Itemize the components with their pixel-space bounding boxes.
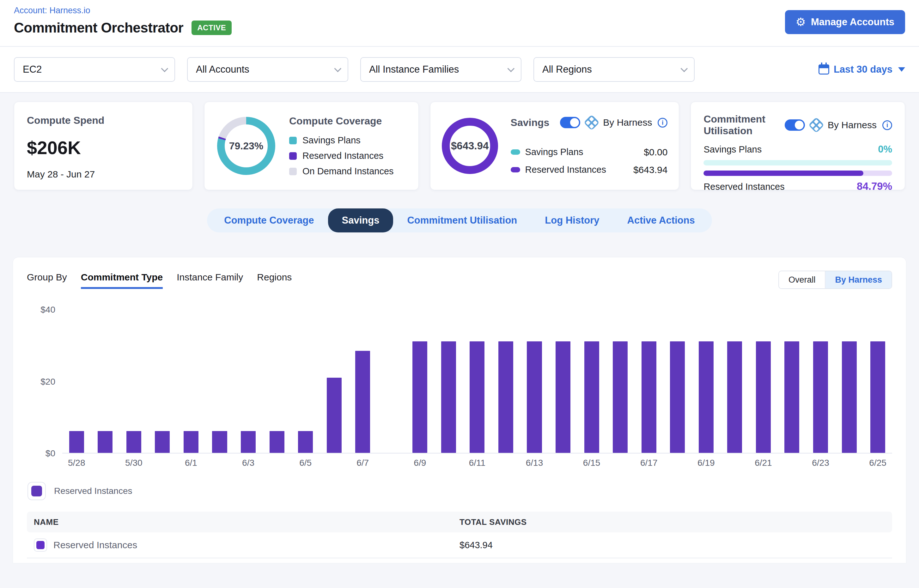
accounts-select[interactable]: All Accounts	[187, 57, 348, 82]
instance-families-select[interactable]: All Instance Families	[360, 57, 522, 82]
x-tick-5/29	[91, 458, 120, 468]
savings-card: $643.94 Savings By Harness Savings Plans…	[430, 102, 679, 190]
bar-slot-6/7	[348, 310, 377, 453]
x-tick-6/11: 6/11	[463, 458, 492, 468]
group-by-instance-family[interactable]: Instance Family	[177, 272, 243, 289]
bar-slot-6/2	[206, 310, 234, 453]
view-overall-button[interactable]: Overall	[779, 271, 826, 288]
compute-coverage-card: 79.23% Compute Coverage Savings Plans Re…	[204, 102, 419, 190]
x-tick-5/30: 5/30	[120, 458, 148, 468]
account-link[interactable]: Account: Harness.io	[14, 6, 91, 15]
savings-title: Savings	[511, 117, 549, 129]
compute-spend-title: Compute Spend	[27, 115, 180, 126]
bar-slot-6/8	[377, 310, 406, 453]
savings-table: NAME TOTAL SAVINGS Reserved Instances $6…	[27, 512, 892, 558]
bar-6/18	[670, 341, 685, 453]
chevron-down-icon	[334, 65, 342, 72]
row-name: Reserved Instances	[53, 540, 137, 551]
x-tick-6/1: 6/1	[177, 458, 206, 468]
by-harness-label: By Harness	[603, 117, 652, 128]
info-icon[interactable]	[882, 120, 892, 130]
bar-slot-6/16	[606, 310, 635, 453]
page-header: Account: Harness.io Commitment Orchestra…	[0, 0, 919, 47]
bar-6/1	[184, 431, 198, 453]
bar-5/30	[126, 431, 141, 453]
service-select[interactable]: EC2	[14, 57, 175, 82]
chevron-down-icon	[681, 65, 688, 72]
x-tick-6/5: 6/5	[291, 458, 320, 468]
bar-slot-6/21	[749, 310, 778, 453]
legend-item-on-demand: On Demand Instances	[289, 166, 394, 176]
group-by-regions[interactable]: Regions	[257, 272, 292, 289]
bar-5/31	[155, 431, 170, 453]
utilisation-title: Commitment Utilisation	[703, 113, 774, 137]
x-tick-6/18	[663, 458, 692, 468]
commitment-utilisation-card: Commitment Utilisation By Harness Saving…	[690, 102, 905, 190]
bar-slot-6/18	[663, 310, 692, 453]
x-tick-6/15: 6/15	[577, 458, 606, 468]
bar-slot-5/31	[148, 310, 177, 453]
date-range-picker[interactable]: Last 30 days	[819, 64, 905, 75]
calendar-icon	[819, 65, 829, 74]
bar-slot-6/14	[549, 310, 577, 453]
caret-down-icon	[898, 67, 905, 72]
bar-6/16	[613, 341, 627, 453]
reserved-instances-legend-checkbox[interactable]	[28, 482, 46, 500]
bar-6/2	[212, 431, 227, 453]
savings-ring-chart: $643.94	[442, 118, 498, 174]
chart-legend: Reserved Instances	[28, 482, 892, 500]
bar-6/10	[441, 341, 456, 453]
bar-6/19	[699, 341, 713, 453]
tab-compute-coverage[interactable]: Compute Coverage	[210, 208, 328, 233]
regions-select[interactable]: All Regions	[533, 57, 695, 82]
filter-bar: EC2 All Accounts All Instance Families A…	[0, 47, 919, 93]
bar-6/25	[870, 341, 885, 453]
bar-slot-6/17	[635, 310, 663, 453]
coverage-donut-chart: 79.23%	[217, 117, 275, 175]
sp-utilisation-pct: 0%	[878, 144, 892, 155]
savings-plans-amount: $0.00	[644, 147, 668, 158]
group-by-row: Group By Commitment Type Instance Family…	[27, 271, 892, 289]
tab-active-actions[interactable]: Active Actions	[613, 208, 709, 233]
view-by-harness-button[interactable]: By Harness	[825, 271, 891, 288]
compute-coverage-title: Compute Coverage	[289, 115, 394, 127]
table-row[interactable]: Reserved Instances $643.94	[27, 532, 892, 558]
savings-row-reserved-instances: Reserved Instances $643.94	[511, 165, 668, 175]
x-tick-6/3: 6/3	[234, 458, 263, 468]
x-tick-5/28: 5/28	[62, 458, 91, 468]
x-tick-6/13: 6/13	[520, 458, 549, 468]
x-tick-6/22	[778, 458, 807, 468]
x-axis: 5/285/306/16/36/56/76/96/116/136/156/176…	[62, 458, 892, 468]
section-tabs: Compute Coverage Savings Commitment Util…	[207, 208, 712, 233]
tab-commitment-utilisation[interactable]: Commitment Utilisation	[393, 208, 531, 233]
x-tick-6/9: 6/9	[406, 458, 434, 468]
tab-log-history[interactable]: Log History	[531, 208, 613, 233]
sp-utilisation-bar	[703, 160, 892, 165]
tab-savings[interactable]: Savings	[328, 208, 394, 233]
x-tick-6/2	[206, 458, 234, 468]
row-swatch-box	[34, 538, 47, 552]
group-by-label: Group By	[27, 272, 67, 289]
bar-6/6	[327, 378, 342, 453]
legend-item-savings-plans: Savings Plans	[289, 135, 394, 145]
savings-by-harness-toggle[interactable]	[560, 117, 580, 128]
manage-accounts-button[interactable]: ⚙ Manage Accounts	[785, 10, 905, 34]
savings-ring-value: $643.94	[451, 140, 489, 152]
info-icon[interactable]	[658, 118, 668, 128]
compute-spend-card: Compute Spend $206K May 28 - Jun 27	[14, 102, 193, 190]
bar-slot-6/1	[177, 310, 206, 453]
bar-6/11	[470, 341, 485, 453]
view-segmented-control: Overall By Harness	[778, 271, 892, 289]
x-tick-6/10	[434, 458, 463, 468]
summary-cards: Compute Spend $206K May 28 - Jun 27 79.2…	[0, 93, 919, 190]
utilisation-by-harness-toggle[interactable]	[785, 120, 805, 131]
bar-slot-6/3	[234, 310, 263, 453]
x-tick-6/7: 6/7	[348, 458, 377, 468]
bar-6/24	[842, 341, 857, 453]
bar-slot-6/4	[263, 310, 292, 453]
x-tick-6/21: 6/21	[749, 458, 778, 468]
sp-utilisation-label: Savings Plans	[703, 144, 762, 155]
col-total-savings: TOTAL SAVINGS	[459, 517, 892, 527]
group-by-commitment-type[interactable]: Commitment Type	[81, 272, 163, 289]
savings-plans-swatch	[289, 137, 297, 144]
